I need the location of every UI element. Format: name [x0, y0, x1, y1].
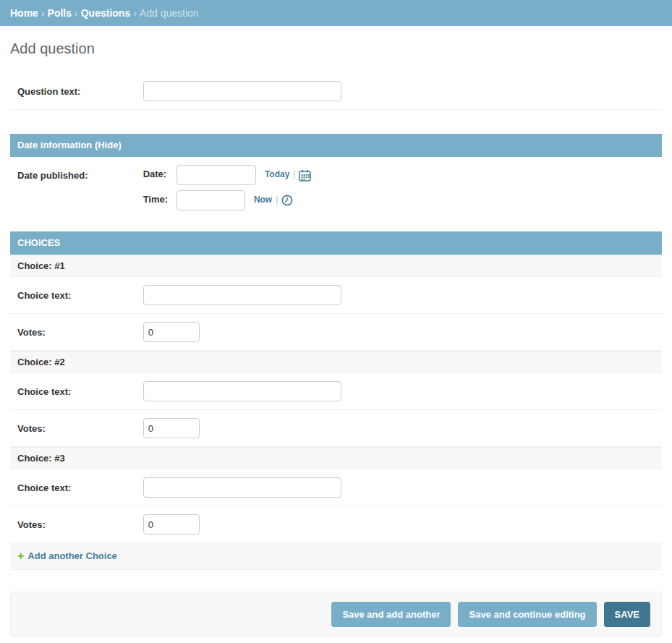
submit-row: Save and add another Save and continue e…: [10, 592, 662, 637]
breadcrumb-current: Add question: [140, 7, 199, 19]
choices-inline-group: CHOICES Choice: #1 Choice text: Votes: C…: [10, 231, 662, 570]
add-another-choice-link[interactable]: +Add another Choice: [17, 550, 117, 561]
add-another-choice-label: Add another Choice: [27, 550, 117, 561]
time-input[interactable]: [176, 190, 245, 210]
choice-block-header: Choice: #1: [10, 255, 662, 277]
date-published-row: Date published: Date: Today| Time: Now|: [10, 157, 662, 223]
choice-block: Choice: #3 Choice text: Votes:: [10, 447, 662, 543]
choice-block-header: Choice: #3: [10, 447, 662, 469]
date-shortcuts: Today|: [265, 169, 312, 179]
votes-row: Votes:: [10, 410, 662, 447]
votes-row: Votes:: [10, 314, 662, 351]
date-information-header[interactable]: Date information (Hide): [10, 134, 662, 157]
date-line: Date: Today|: [143, 165, 312, 185]
breadcrumb-home-link[interactable]: Home: [10, 7, 38, 19]
add-question-form: Question text: Date information (Hide) D…: [10, 73, 662, 637]
date-published-label: Date published:: [17, 165, 140, 181]
breadcrumb-polls-link[interactable]: Polls: [48, 7, 72, 19]
date-information-module: Date information (Hide) Date published: …: [10, 134, 662, 223]
choices-list: Choice: #1 Choice text: Votes: Choice: #…: [10, 255, 662, 543]
save-and-add-another-button[interactable]: Save and add another: [331, 602, 451, 627]
choices-header: CHOICES: [10, 231, 662, 255]
question-module: Question text:: [10, 73, 662, 110]
votes-label: Votes:: [17, 322, 140, 338]
time-line: Time: Now|: [143, 190, 312, 210]
votes-input[interactable]: [143, 322, 200, 342]
plus-icon: +: [17, 550, 24, 563]
breadcrumb-separator: ›: [41, 7, 45, 19]
choice-text-input[interactable]: [143, 477, 341, 498]
breadcrumb: Home›Polls›Questions›Add question: [0, 0, 672, 26]
choice-text-input[interactable]: [143, 285, 341, 305]
choice-text-label: Choice text:: [17, 477, 140, 493]
choice-block: Choice: #1 Choice text: Votes:: [10, 255, 662, 351]
choice-text-row: Choice text:: [10, 373, 662, 410]
date-input[interactable]: [176, 165, 256, 185]
choice-text-label: Choice text:: [17, 381, 140, 397]
votes-label: Votes:: [17, 514, 140, 530]
question-text-input[interactable]: [143, 81, 341, 101]
votes-input[interactable]: [143, 418, 200, 438]
shortcut-separator: |: [276, 195, 278, 205]
save-and-continue-editing-button[interactable]: Save and continue editing: [458, 602, 596, 627]
breadcrumb-separator: ›: [75, 7, 78, 19]
choice-text-input[interactable]: [143, 381, 341, 401]
votes-label: Votes:: [17, 418, 140, 434]
question-text-label: Question text:: [17, 81, 140, 97]
content-area: Add question Question text: Date informa…: [0, 41, 672, 643]
votes-row: Votes:: [10, 506, 662, 543]
choice-block-header: Choice: #2: [10, 351, 662, 373]
choice-text-label: Choice text:: [17, 285, 140, 301]
add-another-choice-row: +Add another Choice: [10, 543, 662, 570]
time-sub-label: Time:: [143, 194, 170, 205]
shortcut-separator: |: [293, 169, 295, 179]
datetime-widget: Date: Today| Time: Now|: [143, 165, 312, 210]
page-title: Add question: [10, 41, 662, 57]
time-shortcuts: Now|: [254, 195, 293, 205]
today-link[interactable]: Today: [265, 169, 289, 179]
clock-icon[interactable]: [281, 195, 293, 206]
date-sub-label: Date:: [143, 169, 170, 179]
choice-text-row: Choice text:: [10, 469, 662, 506]
save-button[interactable]: SAVE: [604, 602, 650, 627]
now-link[interactable]: Now: [254, 195, 272, 205]
breadcrumb-questions-link[interactable]: Questions: [81, 7, 130, 19]
breadcrumb-separator: ›: [133, 7, 137, 19]
choice-block: Choice: #2 Choice text: Votes:: [10, 351, 662, 447]
calendar-icon[interactable]: [299, 169, 311, 182]
question-text-row: Question text:: [10, 73, 662, 110]
votes-input[interactable]: [143, 514, 200, 535]
choice-text-row: Choice text:: [10, 277, 662, 314]
